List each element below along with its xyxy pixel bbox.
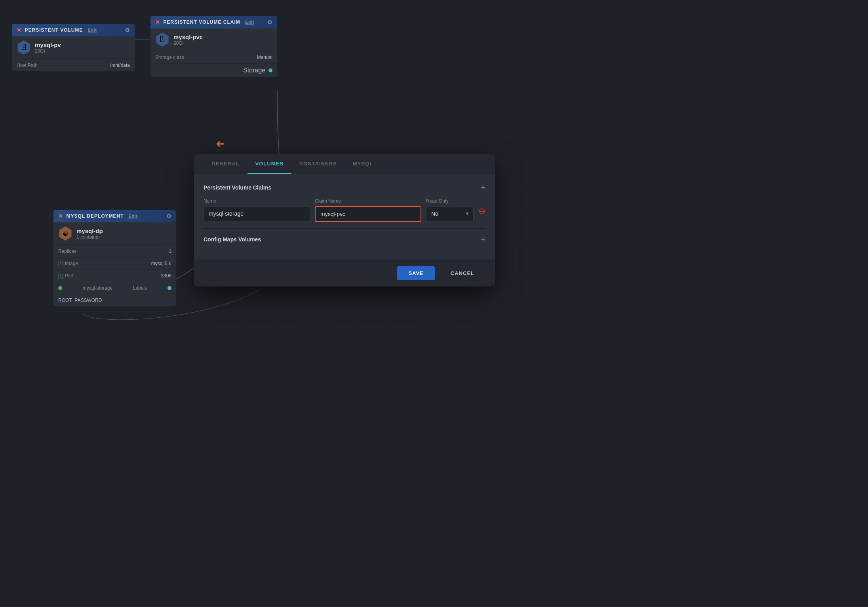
mysql-identity: ☯ mysql-dp 1 container [53, 222, 176, 245]
pv-host-path-label: Host Path [17, 63, 38, 68]
mysql-card-header: ✕ MYSQL DEPLOYMENT Edit ⚙ [53, 210, 176, 222]
pv-host-path-value: /mnt/data [110, 63, 130, 68]
pv-close-icon[interactable]: ✕ [17, 27, 22, 33]
tab-containers[interactable]: CONTAINERS [291, 154, 345, 174]
pvc-storage-class-label: Storage class [155, 55, 184, 60]
mysql-image-label: [1] Image [58, 261, 78, 266]
name-field-group: Name [204, 198, 310, 221]
mysql-replicas-label: Replicas [58, 248, 76, 254]
tab-general[interactable]: GENERAL [204, 154, 247, 174]
pvc-section-title: Persistent Volume Claims [204, 184, 271, 191]
save-button[interactable]: SAVE [397, 266, 434, 280]
config-maps-add-button[interactable]: + [480, 235, 485, 244]
mysql-storage-row: mysql-storage Labels [53, 282, 176, 294]
pv-host-path-row: Host Path /mnt/data [12, 59, 135, 71]
pv-size: 20Gi [35, 48, 61, 54]
pvc-identity: 🗄 mysql-pvc 20Gi [150, 28, 277, 51]
mysql-image-value: mysql:5.6 [151, 261, 171, 266]
claim-name-label: Claim Name [315, 198, 421, 204]
name-field-label: Name [204, 198, 310, 204]
pv-card: ✕ PERSISTENT VOLUME Edit ⚙ 🗄 mysql-pv 20… [12, 24, 135, 71]
pvc-card-body: 🗄 mysql-pvc 20Gi Storage class Manual St… [150, 28, 277, 77]
readonly-select-wrapper: No Yes ▼ [426, 206, 474, 221]
pvc-header-title: PERSISTENT VOLUME CLAIM [164, 19, 240, 25]
volumes-dialog: GENERAL VOLUMES CONTAINERS MYSQL Persist… [194, 154, 495, 286]
mysql-port-label: [1] Port [58, 273, 74, 279]
pv-header-title: PERSISTENT VOLUME [25, 27, 83, 33]
tab-volumes[interactable]: VOLUMES [247, 154, 291, 174]
section-divider [204, 228, 485, 229]
pvc-edit-link[interactable]: Edit [245, 20, 254, 25]
pvc-gear-icon[interactable]: ⚙ [267, 19, 273, 25]
mysql-env-value: ROOT_PASSWORD [58, 298, 102, 303]
pv-identity: 🗄 mysql-pv 20Gi [12, 36, 135, 59]
pv-card-body: 🗄 mysql-pv 20Gi Host Path /mnt/data [12, 36, 135, 71]
mysql-image-row: [1] Image mysql:5.6 [53, 257, 176, 269]
pvc-storage-label: Storage [243, 67, 265, 74]
pvc-hex-icon: 🗄 [155, 32, 169, 47]
pvc-storage-row: Storage [150, 63, 277, 77]
mysql-name: mysql-dp [76, 228, 103, 234]
pvc-card-header: ✕ PERSISTENT VOLUME CLAIM Edit ⚙ [150, 16, 277, 28]
readonly-select[interactable]: No Yes [426, 206, 474, 221]
mysql-deployment-card: ✕ MYSQL DEPLOYMENT Edit ⚙ ☯ mysql-dp 1 c… [53, 210, 176, 306]
pvc-storage-dot [268, 68, 272, 72]
pvc-card: ✕ PERSISTENT VOLUME CLAIM Edit ⚙ 🗄 mysql… [150, 16, 277, 77]
claim-name-field-group: Claim Name [315, 198, 421, 222]
pvc-form-row: Name Claim Name Read Only No Yes ▼ [204, 198, 485, 222]
mysql-env-row: ROOT_PASSWORD [53, 294, 176, 306]
mysql-labels-dot [168, 286, 171, 290]
tab-mysql[interactable]: MYSQL [345, 154, 381, 174]
pvc-storage-class-value: Manual [257, 55, 272, 60]
pv-gear-icon[interactable]: ⚙ [125, 27, 130, 33]
readonly-field-group: Read Only No Yes ▼ [426, 198, 474, 221]
pvc-name: mysql-pvc [173, 34, 203, 40]
mysql-storage-name: mysql-storage [83, 285, 112, 291]
mysql-edit-link[interactable]: Edit [129, 214, 138, 218]
pv-name: mysql-pv [35, 42, 61, 48]
cancel-button[interactable]: CANCEL [440, 266, 485, 280]
mysql-storage-dot [58, 286, 62, 290]
claim-name-input[interactable] [315, 206, 421, 222]
dialog-tabs: GENERAL VOLUMES CONTAINERS MYSQL [194, 154, 495, 174]
pv-hex-icon: 🗄 [17, 40, 31, 55]
mysql-close-icon[interactable]: ✕ [58, 213, 63, 219]
mysql-replicas-row: Replicas 1 [53, 245, 176, 257]
pvc-storage-class-row: Storage class Manual [150, 51, 277, 63]
dialog-footer: SAVE CANCEL [194, 260, 495, 286]
config-maps-title: Config Maps Volumes [204, 236, 261, 243]
mysql-hex-icon: ☯ [58, 226, 72, 241]
pv-edit-link[interactable]: Edit [88, 28, 97, 32]
mysql-replicas-value: 1 [169, 248, 171, 254]
pvc-close-icon[interactable]: ✕ [155, 19, 160, 25]
mysql-header-title: MYSQL DEPLOYMENT [67, 213, 124, 219]
mysql-port-value: 3306 [161, 273, 171, 279]
name-input[interactable] [204, 206, 310, 221]
mysql-port-row: [1] Port 3306 [53, 269, 176, 282]
arrow-indicator: ➜ [216, 138, 225, 151]
mysql-card-body: ☯ mysql-dp 1 container Replicas 1 [1] Im… [53, 222, 176, 306]
mysql-sub: 1 container [76, 234, 103, 240]
mysql-labels-label: Labels [133, 285, 147, 291]
readonly-label: Read Only [426, 198, 474, 204]
pvc-size: 20Gi [173, 40, 203, 46]
pvc-section-header: Persistent Volume Claims + [204, 183, 485, 192]
pvc-add-button[interactable]: + [480, 183, 485, 192]
remove-pvc-button[interactable]: ⊖ [478, 198, 485, 216]
mysql-gear-icon[interactable]: ⚙ [166, 213, 172, 219]
config-maps-section-header: Config Maps Volumes + [204, 235, 485, 244]
pv-card-header: ✕ PERSISTENT VOLUME Edit ⚙ [12, 24, 135, 36]
dialog-content: Persistent Volume Claims + Name Claim Na… [194, 174, 495, 260]
